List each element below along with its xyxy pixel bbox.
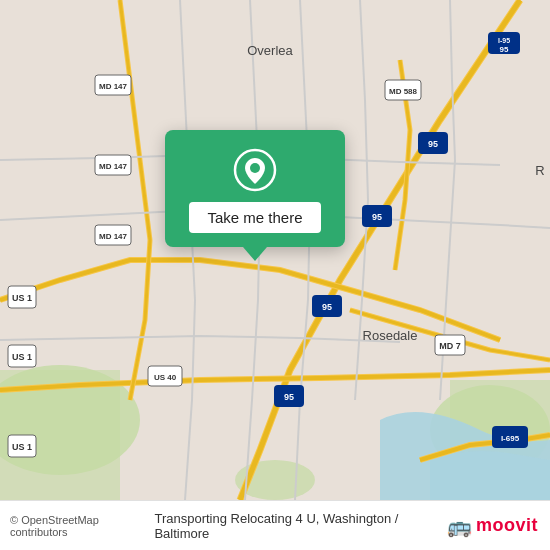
popup-tip bbox=[243, 247, 267, 261]
svg-text:US 1: US 1 bbox=[12, 293, 32, 303]
svg-text:Overlea: Overlea bbox=[247, 43, 293, 58]
svg-text:95: 95 bbox=[428, 139, 438, 149]
svg-text:Rosedale: Rosedale bbox=[363, 328, 418, 343]
location-pin-icon bbox=[233, 148, 277, 192]
svg-text:I-695: I-695 bbox=[501, 434, 520, 443]
svg-point-41 bbox=[250, 163, 260, 173]
svg-text:95: 95 bbox=[372, 212, 382, 222]
popup-overlay: Take me there bbox=[155, 130, 355, 261]
svg-text:R: R bbox=[535, 163, 544, 178]
svg-text:US 40: US 40 bbox=[154, 373, 177, 382]
footer-app-name: Transporting Relocating 4 U, Washington … bbox=[154, 511, 447, 541]
footer-bar: © OpenStreetMap contributors Transportin… bbox=[0, 500, 550, 550]
take-me-there-button[interactable]: Take me there bbox=[189, 202, 320, 233]
svg-text:MD 147: MD 147 bbox=[99, 82, 128, 91]
svg-text:95: 95 bbox=[284, 392, 294, 402]
footer-left: © OpenStreetMap contributors bbox=[10, 514, 154, 538]
svg-text:95: 95 bbox=[322, 302, 332, 312]
svg-text:I-95: I-95 bbox=[498, 37, 510, 44]
map-view: US 1 US 1 MD 147 MD 147 MD 147 MD 588 I-… bbox=[0, 0, 550, 500]
svg-text:MD 7: MD 7 bbox=[439, 341, 461, 351]
moovit-logo: 🚌 moovit bbox=[447, 514, 538, 538]
map-attribution: © OpenStreetMap contributors bbox=[10, 514, 154, 538]
svg-text:MD 588: MD 588 bbox=[389, 87, 418, 96]
svg-text:MD 147: MD 147 bbox=[99, 162, 128, 171]
svg-text:95: 95 bbox=[500, 45, 509, 54]
moovit-bus-icon: 🚌 bbox=[447, 514, 472, 538]
svg-text:MD 147: MD 147 bbox=[99, 232, 128, 241]
popup-card: Take me there bbox=[165, 130, 345, 247]
svg-text:US 1: US 1 bbox=[12, 442, 32, 452]
svg-text:US 1: US 1 bbox=[12, 352, 32, 362]
moovit-brand-text: moovit bbox=[476, 515, 538, 536]
